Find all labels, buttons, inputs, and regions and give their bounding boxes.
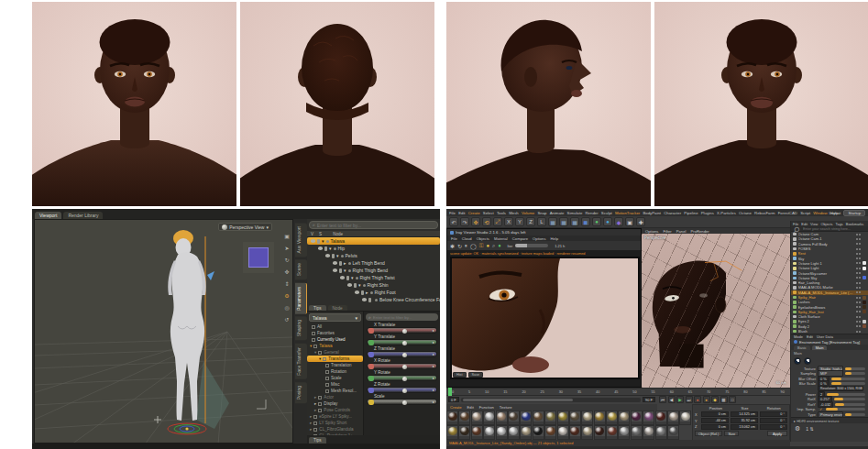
visibility-dots[interactable]: [856, 321, 861, 323]
size-value[interactable]: 35.92 cm: [731, 418, 758, 423]
material-swatch[interactable]: [594, 411, 606, 425]
visibility-eye-icon[interactable]: [318, 246, 323, 249]
expand-caret-icon[interactable]: ▸: [314, 395, 316, 400]
size-dropdown[interactable]: Size: [724, 431, 739, 436]
iray-menu-item[interactable]: Cloud: [462, 236, 472, 241]
material-swatch[interactable]: [533, 425, 544, 440]
material-tag-chip[interactable]: [863, 252, 866, 256]
scene-node-row[interactable]: ▾ Right Thigh Bend: [307, 267, 440, 274]
daz-3d-viewport[interactable]: Perspective View ▾ ▣➤↻✥⇕⚙◎↺: [34, 219, 293, 444]
iray-tool-icon[interactable]: ⚿: [479, 243, 484, 249]
expand-caret-icon[interactable]: ▾: [319, 356, 321, 361]
side-tab[interactable]: Parameters: [295, 283, 307, 314]
material-swatch[interactable]: [458, 411, 470, 425]
parameter-search-input[interactable]: [373, 315, 435, 320]
transport-button[interactable]: ◆: [711, 396, 719, 403]
rotation-value[interactable]: 0 °: [760, 424, 787, 430]
visibility-dots[interactable]: [856, 268, 861, 269]
toolbar-icon[interactable]: X: [504, 217, 513, 226]
material-swatch[interactable]: [496, 425, 508, 440]
scene-node-row[interactable]: ▾ Right Thigh Twist: [307, 274, 440, 281]
toolbar-icon[interactable]: Z: [526, 217, 535, 226]
material-swatch[interactable]: [520, 411, 532, 425]
iray-tool-icon[interactable]: ⏸: [465, 243, 467, 249]
toolbar-icon[interactable]: ▦: [570, 217, 579, 226]
field-slider[interactable]: [827, 393, 865, 396]
scene-node-row[interactable]: Below Knee Circumference Follower: [307, 296, 440, 303]
toolbar-icon[interactable]: ▣: [625, 217, 634, 226]
visibility-eye-icon[interactable]: [340, 276, 345, 279]
toolbar-icon[interactable]: ◆: [614, 217, 623, 226]
material-tag-chip[interactable]: [863, 330, 866, 334]
viewport-tool-icon[interactable]: ✥: [284, 268, 289, 275]
iray-tool-icon[interactable]: ⌕: [492, 243, 495, 249]
visibility-dots[interactable]: [856, 253, 861, 255]
rotation-value[interactable]: 0 °: [760, 411, 787, 417]
material-swatch[interactable]: [471, 411, 483, 425]
viewport-tool-icon[interactable]: ▣: [284, 233, 290, 239]
material-swatch[interactable]: [606, 411, 618, 425]
toolbar-icon[interactable]: ↷: [460, 217, 469, 226]
field-slider[interactable]: [845, 413, 865, 416]
iray-menu-item[interactable]: File: [451, 236, 457, 241]
parameter-group-row[interactable]: ▸ LY Spiky Short: [307, 420, 363, 426]
selection-figure-icon[interactable]: [339, 268, 342, 273]
material-swatch[interactable]: [483, 411, 495, 425]
material-swatch[interactable]: [667, 411, 679, 425]
iray-tool-icon[interactable]: ●: [486, 243, 489, 249]
material-swatch[interactable]: [520, 425, 532, 440]
toolbar-icon[interactable]: ◼: [581, 217, 590, 226]
selection-figure-icon[interactable]: [324, 246, 327, 251]
slider-track[interactable]: ▸: [367, 399, 437, 405]
material-swatch[interactable]: [655, 411, 667, 425]
material-swatch[interactable]: [581, 425, 593, 440]
transform-slider[interactable]: Z Translate ▸: [367, 346, 437, 357]
iray-menu-item[interactable]: Objects: [477, 236, 489, 241]
material-tag-chip[interactable]: [863, 247, 866, 251]
toolbar-icon[interactable]: ⟲: [482, 217, 491, 226]
parameter-group-row[interactable]: Favorites: [307, 330, 363, 336]
viewport-menu-item[interactable]: Options: [645, 229, 658, 234]
field-slider[interactable]: [831, 382, 865, 385]
expand-caret-icon[interactable]: ▾: [322, 238, 324, 244]
parameter-search[interactable]: ⌕: [366, 313, 438, 321]
material-swatch[interactable]: [446, 411, 458, 425]
attribute-section-tab[interactable]: Main: [812, 345, 828, 350]
object-manager-tab[interactable]: Tags: [836, 222, 843, 226]
transport-button[interactable]: ▶: [676, 396, 684, 403]
visibility-eye-icon[interactable]: [362, 298, 367, 301]
viewport-tool-icon[interactable]: ↺: [284, 316, 289, 323]
iray-tool-icon[interactable]: ♦: [498, 243, 500, 249]
material-swatch[interactable]: [458, 425, 470, 440]
toolbar-icon[interactable]: ●: [603, 217, 612, 226]
transform-slider[interactable]: Y Translate ▸: [367, 334, 437, 345]
expand-caret-icon[interactable]: ▸: [366, 290, 368, 295]
hist-button[interactable]: Hist: [453, 372, 467, 378]
visibility-dots[interactable]: [856, 311, 861, 312]
viewport-tool-icon[interactable]: ⇕: [284, 280, 289, 287]
side-tab[interactable]: Shaping: [295, 316, 307, 340]
transform-slider[interactable]: Z Rotate ▸: [367, 382, 437, 393]
tab-render-library[interactable]: Render Library: [63, 212, 103, 219]
slider-knob[interactable]: [402, 365, 407, 369]
slider-nub-icon[interactable]: ▸: [433, 400, 434, 404]
position-value[interactable]: 0 cm: [701, 424, 729, 430]
mode-dropdown[interactable]: Object (Rel.): [695, 431, 722, 436]
visibility-dots[interactable]: [856, 282, 861, 284]
visibility-dots[interactable]: [856, 316, 861, 318]
visibility-dots[interactable]: [856, 287, 861, 289]
attribute-tab[interactable]: User Data: [817, 334, 833, 339]
expand-caret-icon[interactable]: ▾: [336, 253, 339, 258]
parameter-group-row[interactable]: Scale: [307, 375, 363, 381]
material-swatch[interactable]: [618, 425, 630, 440]
material-swatch[interactable]: [446, 425, 458, 440]
size-value[interactable]: 14.325 cm: [731, 411, 758, 417]
visibility-dots[interactable]: [856, 262, 861, 264]
expand-caret-icon[interactable]: ▾: [358, 282, 361, 288]
transport-button[interactable]: ⏮: [659, 396, 666, 403]
slider-nub-icon[interactable]: ▸: [433, 352, 434, 356]
layer-count[interactable]: 1 ⇅: [806, 426, 813, 432]
transform-slider[interactable]: Y Rotate ▸: [367, 370, 437, 381]
material-tag-chip[interactable]: [863, 320, 866, 323]
attribute-section-tab[interactable]: Basic: [794, 345, 810, 350]
